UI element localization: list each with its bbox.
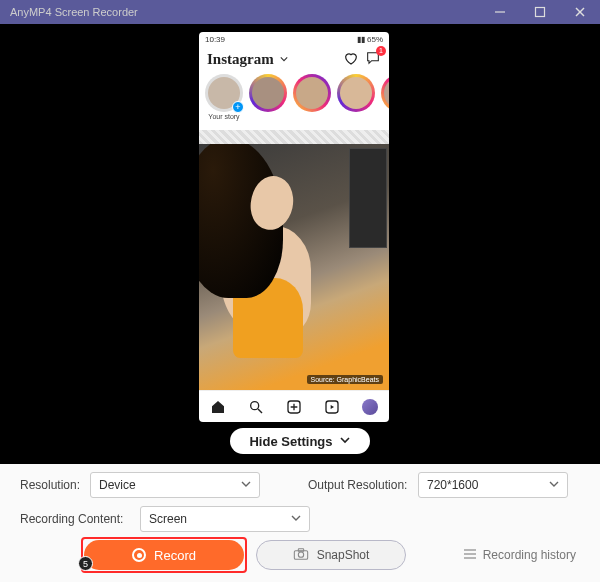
instagram-logo: Instagram xyxy=(207,51,274,68)
output-resolution-label: Output Resolution: xyxy=(308,478,408,492)
status-time: 10:39 xyxy=(205,35,225,44)
post-caption: Source: GraphicBeats xyxy=(307,375,383,384)
record-label: Record xyxy=(154,548,196,563)
hide-settings-label: Hide Settings xyxy=(249,434,332,449)
snapshot-button[interactable]: SnapShot xyxy=(256,540,406,570)
editor-panel-overlay xyxy=(349,148,387,248)
step-badge: 5 xyxy=(78,556,93,571)
messenger-icon: 1 xyxy=(365,50,381,69)
post-image: Source: GraphicBeats xyxy=(199,144,389,390)
recording-content-select[interactable]: Screen xyxy=(140,506,310,532)
settings-panel: Resolution: Device Output Resolution: 72… xyxy=(0,464,600,582)
story-own: + Your story xyxy=(205,74,243,120)
chevron-down-icon xyxy=(549,478,559,492)
svg-point-4 xyxy=(251,401,259,409)
post-header-placeholder xyxy=(199,130,389,144)
history-label: Recording history xyxy=(483,548,576,562)
reels-icon xyxy=(323,398,341,416)
chevron-down-icon xyxy=(291,512,301,526)
svg-point-11 xyxy=(298,552,303,557)
list-icon xyxy=(463,548,477,563)
recording-content-label: Recording Content: xyxy=(20,512,130,526)
phone-preview: 10:39 ▮▮ 65% Instagram 1 + Your story xyxy=(199,32,389,422)
instagram-header: Instagram 1 xyxy=(199,46,389,72)
snapshot-label: SnapShot xyxy=(317,548,370,562)
chevron-down-icon xyxy=(339,434,351,449)
phone-bottom-nav xyxy=(199,390,389,422)
record-icon xyxy=(132,548,146,562)
maximize-button[interactable] xyxy=(520,0,560,24)
status-icons: ▮▮ 65% xyxy=(357,35,383,44)
plus-icon: + xyxy=(232,101,244,113)
profile-icon xyxy=(361,398,379,416)
output-resolution-select[interactable]: 720*1600 xyxy=(418,472,568,498)
resolution-select[interactable]: Device xyxy=(90,472,260,498)
phone-status-bar: 10:39 ▮▮ 65% xyxy=(199,32,389,46)
chevron-down-icon xyxy=(280,52,288,66)
chevron-down-icon xyxy=(241,478,251,492)
add-post-icon xyxy=(285,398,303,416)
heart-icon xyxy=(343,50,359,69)
story-item xyxy=(381,74,389,113)
svg-rect-12 xyxy=(298,548,303,551)
svg-line-5 xyxy=(258,409,262,413)
home-icon xyxy=(209,398,227,416)
preview-area: 10:39 ▮▮ 65% Instagram 1 + Your story xyxy=(0,24,600,464)
svg-rect-1 xyxy=(536,8,545,17)
resolution-label: Resolution: xyxy=(20,478,80,492)
recording-history-link[interactable]: Recording history xyxy=(463,548,576,563)
hide-settings-button[interactable]: Hide Settings xyxy=(230,428,370,454)
record-button[interactable]: Record xyxy=(84,540,244,570)
title-bar: AnyMP4 Screen Recorder xyxy=(0,0,600,24)
search-icon xyxy=(247,398,265,416)
stories-row: + Your story xyxy=(199,72,389,130)
close-button[interactable] xyxy=(560,0,600,24)
story-item xyxy=(293,74,331,113)
story-item xyxy=(337,74,375,113)
msg-badge: 1 xyxy=(376,46,386,56)
camera-icon xyxy=(293,547,309,564)
story-item xyxy=(249,74,287,113)
app-title: AnyMP4 Screen Recorder xyxy=(10,6,480,18)
minimize-button[interactable] xyxy=(480,0,520,24)
